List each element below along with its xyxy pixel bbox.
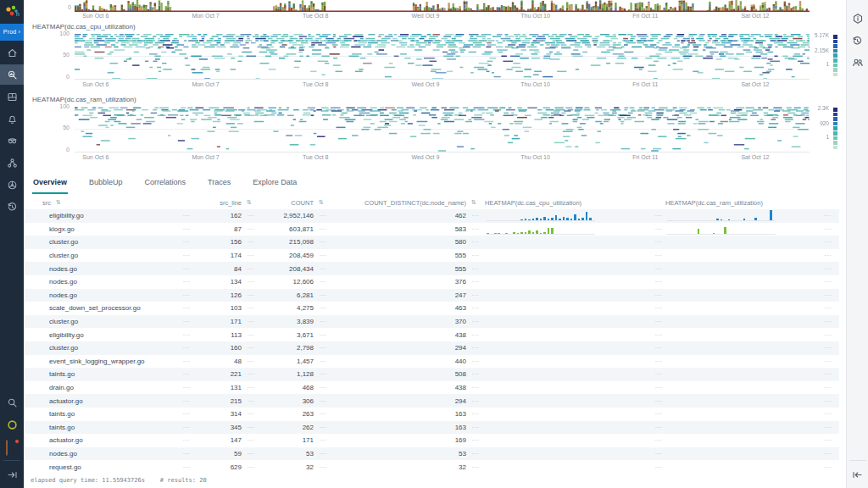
src-line-menu[interactable]: ⋯ [242,450,260,458]
sort-src[interactable]: ⇅ [51,199,61,206]
ram-heatmap-menu[interactable]: ⋯ [816,358,839,365]
count-menu[interactable]: ⋯ [314,331,332,339]
src-line-menu[interactable]: ⋯ [242,436,260,444]
count-menu[interactable]: ⋯ [314,370,332,378]
tab-correlations[interactable]: Correlations [144,173,187,194]
ram-heatmap-menu[interactable]: ⋯ [816,304,839,312]
table-row[interactable]: cluster.go ⋯ 171 ⋯ 3,839 ⋯ 370 ⋯ ⋯ ⋯ [24,315,839,329]
cpu-heatmap-menu[interactable]: ⋯ [652,225,665,233]
ram-heatmap-menu[interactable]: ⋯ [816,278,839,286]
src-menu[interactable]: ⋯ [176,318,197,325]
count-distinct-menu[interactable]: ⋯ [466,331,485,339]
nav-boards[interactable] [0,86,24,107]
sort-count[interactable]: ⇅ [314,199,332,206]
cpu-heatmap-menu[interactable]: ⋯ [652,384,665,391]
nav-home[interactable] [0,42,24,63]
ram-heatmap-menu[interactable]: ⋯ [816,344,839,352]
count-menu[interactable]: ⋯ [314,304,332,312]
table-row[interactable]: nodes.go ⋯ 59 ⋯ 53 ⋯ 53 ⋯ ⋯ ⋯ [24,447,839,461]
nav-slos[interactable] [0,130,24,151]
table-row[interactable]: request.go ⋯ 629 ⋯ 32 ⋯ 32 ⋯ ⋯ ⋯ [24,460,839,474]
src-line-menu[interactable]: ⋯ [242,397,260,405]
table-row[interactable]: actuator.go ⋯ 215 ⋯ 306 ⋯ 294 ⋯ ⋯ ⋯ [24,394,839,408]
count-distinct-menu[interactable]: ⋯ [466,397,485,405]
count-menu[interactable]: ⋯ [314,318,332,325]
count-menu[interactable]: ⋯ [314,358,332,365]
sort-count-distinct[interactable]: ⇅ [466,199,485,206]
src-menu[interactable]: ⋯ [176,278,197,286]
cpu-heatmap-plot[interactable] [75,34,810,79]
table-row[interactable]: cluster.go ⋯ 160 ⋯ 2,798 ⋯ 294 ⋯ ⋯ ⋯ [24,341,839,355]
count-menu[interactable]: ⋯ [314,450,332,458]
sidebar-expand-icon[interactable] [0,464,24,485]
src-line-menu[interactable]: ⋯ [242,344,260,352]
count-distinct-menu[interactable]: ⋯ [466,318,485,325]
src-line-menu[interactable]: ⋯ [242,463,260,471]
count-distinct-menu[interactable]: ⋯ [466,344,485,352]
count-distinct-menu[interactable]: ⋯ [466,370,485,378]
count-distinct-menu[interactable]: ⋯ [466,278,485,286]
tab-explore-data[interactable]: Explore Data [252,173,298,194]
cpu-heatmap-menu[interactable]: ⋯ [652,424,665,431]
count-distinct-menu[interactable]: ⋯ [466,265,485,273]
table-row[interactable]: cluster.go ⋯ 156 ⋯ 215,098 ⋯ 580 ⋯ ⋯ ⋯ [24,236,839,249]
cpu-heatmap-menu[interactable]: ⋯ [652,318,665,325]
ram-heatmap-menu[interactable]: ⋯ [816,291,839,299]
ram-heatmap-menu[interactable]: ⋯ [816,265,839,273]
cpu-heatmap-menu[interactable]: ⋯ [652,358,665,365]
table-row[interactable]: taints.go ⋯ 221 ⋯ 1,128 ⋯ 508 ⋯ ⋯ ⋯ [24,368,839,381]
count-distinct-menu[interactable]: ⋯ [466,225,485,233]
count-menu[interactable]: ⋯ [314,212,332,219]
src-line-menu[interactable]: ⋯ [242,331,260,339]
status-ring-icon[interactable] [0,414,24,435]
panel-collapse-icon[interactable] [847,464,868,485]
src-line-menu[interactable]: ⋯ [242,410,260,418]
query-info-icon[interactable] [847,8,868,29]
table-row[interactable]: klogx.go ⋯ 87 ⋯ 603,871 ⋯ 583 ⋯ ⋯ ⋯ [24,223,839,236]
count-menu[interactable]: ⋯ [314,344,332,352]
count-distinct-menu[interactable]: ⋯ [466,384,485,391]
count-distinct-menu[interactable]: ⋯ [466,304,485,312]
ram-heatmap-menu[interactable]: ⋯ [816,238,839,246]
src-menu[interactable]: ⋯ [176,410,197,418]
src-menu[interactable]: ⋯ [176,265,197,273]
top-strip-chart[interactable] [75,0,810,12]
src-menu[interactable]: ⋯ [176,463,197,471]
cpu-heatmap-menu[interactable]: ⋯ [652,238,665,246]
honeycomb-logo[interactable]: h [3,3,21,21]
count-distinct-menu[interactable]: ⋯ [466,424,485,431]
count-menu[interactable]: ⋯ [314,410,332,418]
src-menu[interactable]: ⋯ [176,397,197,405]
src-line-menu[interactable]: ⋯ [242,265,260,273]
cpu-heatmap-menu[interactable]: ⋯ [652,450,665,458]
ram-heatmap-menu[interactable]: ⋯ [816,331,839,339]
count-distinct-menu[interactable]: ⋯ [466,252,485,259]
global-search-icon[interactable] [0,392,24,413]
nav-activity[interactable] [0,197,24,217]
count-distinct-menu[interactable]: ⋯ [466,238,485,246]
nav-triggers[interactable] [0,108,24,129]
src-menu[interactable]: ⋯ [176,238,197,246]
src-line-menu[interactable]: ⋯ [242,252,260,259]
count-menu[interactable]: ⋯ [314,436,332,444]
cpu-heatmap-menu[interactable]: ⋯ [652,344,665,352]
table-row[interactable]: eligibility.go ⋯ 162 ⋯ 2,952,146 ⋯ 462 ⋯… [24,209,839,223]
cpu-heatmap-menu[interactable]: ⋯ [652,463,665,471]
cpu-heatmap-menu[interactable]: ⋯ [652,436,665,444]
src-line-menu[interactable]: ⋯ [242,370,260,378]
ram-heatmap-menu[interactable]: ⋯ [816,424,839,431]
table-row[interactable]: taints.go ⋯ 314 ⋯ 263 ⋯ 163 ⋯ ⋯ ⋯ [24,408,839,421]
cpu-heatmap-menu[interactable]: ⋯ [652,370,665,378]
count-menu[interactable]: ⋯ [314,225,332,233]
team-activity-icon[interactable] [847,53,868,73]
count-distinct-menu[interactable]: ⋯ [466,212,485,219]
src-menu[interactable]: ⋯ [176,212,197,219]
cpu-heatmap-menu[interactable]: ⋯ [652,291,665,299]
src-line-menu[interactable]: ⋯ [242,358,260,365]
cpu-heatmap-menu[interactable]: ⋯ [652,304,665,312]
table-row[interactable]: eligibility.go ⋯ 113 ⋯ 3,671 ⋯ 438 ⋯ ⋯ ⋯ [24,328,839,341]
count-distinct-menu[interactable]: ⋯ [466,450,485,458]
cpu-heatmap-menu[interactable]: ⋯ [652,410,665,418]
src-line-menu[interactable]: ⋯ [242,291,260,299]
count-distinct-menu[interactable]: ⋯ [466,436,485,444]
